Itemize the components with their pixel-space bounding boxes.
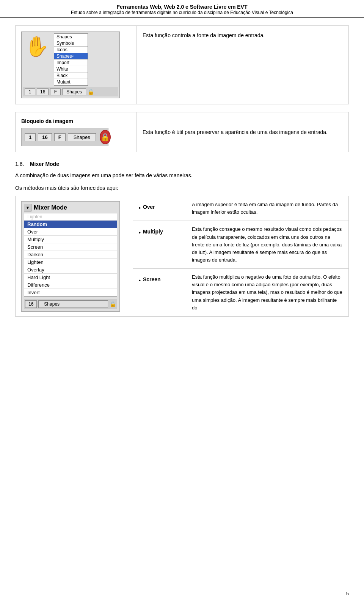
- mixer-title-bar: ▼ Mixer Mode: [24, 204, 117, 211]
- lock-icon-small: 🔒: [88, 89, 94, 95]
- lock-ui: 1 16 F Shapes 🔒: [21, 128, 108, 146]
- menu-item-icons[interactable]: Icons: [54, 47, 88, 53]
- mixer-main-table: ▼ Mixer Mode Lighten Random Over Multipl…: [15, 196, 349, 317]
- shapes-dropdown-cell: ✋ Shapes Symbols Icons Shapes² Import Wh…: [16, 26, 137, 104]
- mixer-item-hardlight[interactable]: Hard Light: [24, 274, 117, 281]
- page-number: 5: [346, 591, 349, 596]
- menu-item-mutant[interactable]: Mutant: [54, 79, 88, 85]
- mixer-item-overlay[interactable]: Overlay: [24, 266, 117, 274]
- mixer-screen-text-cell: Esta função multiplica o negativo de uma…: [186, 269, 349, 317]
- bloqueio-right-cell: Esta função é útil para preservar a apar…: [137, 112, 349, 152]
- mixer-multiply-text: Esta função consegue o mesmo resultado v…: [192, 226, 342, 263]
- mixer-btn-16[interactable]: 16: [25, 300, 37, 308]
- mixer-intro-text: A combinação de duas imagens em uma pode…: [15, 171, 349, 180]
- bullet-over-label: Over: [143, 204, 155, 210]
- mixer-item-darken[interactable]: Darken: [24, 251, 117, 259]
- bullet-dot-over: •: [139, 205, 141, 211]
- bloqueio-table: Bloqueio da imagem 1 16 F Shapes 🔒 Esta …: [15, 112, 349, 152]
- mixer-lock-icon: 🔒: [110, 301, 116, 307]
- bloqueio-left-cell: Bloqueio da imagem 1 16 F Shapes 🔒: [16, 112, 137, 152]
- main-content: ✋ Shapes Symbols Icons Shapes² Import Wh…: [0, 18, 364, 324]
- mixer-over-text-cell: A imagem superior é feita em cima da ima…: [186, 196, 349, 221]
- bloqueio-right-text: Esta função é útil para preservar a apar…: [143, 129, 328, 135]
- mixer-over-text: A imagem superior é feita em cima da ima…: [192, 202, 338, 215]
- mixer-screen-bullet-cell: • Screen: [133, 269, 186, 317]
- menu-item-symbols[interactable]: Symbols: [54, 40, 88, 47]
- shapes-bottom-bar: 1 16 F Shapes 🔒: [23, 87, 118, 96]
- lock-circle-icon[interactable]: 🔒: [100, 130, 111, 144]
- shapes-menu-list: Shapes Symbols Icons Shapes² Import Whit…: [54, 33, 88, 86]
- btn-1[interactable]: 1: [25, 88, 35, 95]
- mixer-section-heading: 1.6. Mixer Mode: [15, 160, 349, 168]
- menu-item-shapes[interactable]: Shapes: [54, 34, 88, 40]
- mixer-item-screen[interactable]: Screen: [24, 243, 117, 251]
- bullet-dot-screen: •: [139, 278, 141, 284]
- mixer-methods-text: Os métodos mais úteis são fornecidos aqu…: [15, 184, 349, 192]
- bullet-multiply-label: Multiply: [143, 229, 163, 235]
- lock-btn-1[interactable]: 1: [25, 133, 36, 141]
- header-title-sub: Estudo sobre a integração de ferramentas…: [15, 10, 349, 15]
- mixer-btn-shapes[interactable]: Shapes: [38, 300, 108, 308]
- menu-item-black[interactable]: Black: [54, 73, 88, 79]
- mixer-multiply-bullet-cell: • Multiply: [133, 221, 186, 269]
- mixer-section-num: 1.6.: [15, 161, 24, 167]
- mixer-multiply-text-cell: Esta função consegue o mesmo resultado v…: [186, 221, 349, 269]
- mixer-screen-text: Esta função multiplica o negativo de uma…: [192, 274, 342, 311]
- mixer-ui-title: Mixer Mode: [34, 204, 67, 211]
- page-footer: 5: [15, 589, 349, 596]
- btn-f[interactable]: F: [50, 88, 61, 95]
- mixer-section-title: Mixer Mode: [30, 161, 59, 167]
- top-section-text: Esta função controla a fonte da imagem d…: [137, 26, 349, 104]
- bullet-multiply: • Multiply: [139, 229, 180, 236]
- btn-shapes[interactable]: Shapes: [62, 88, 86, 95]
- top-section-right-text: Esta função controla a fonte da imagem d…: [143, 32, 265, 38]
- mixer-item-lighten[interactable]: Lighten: [24, 259, 117, 266]
- hand-icon: ✋: [23, 33, 51, 60]
- menu-item-shapes2[interactable]: Shapes²: [54, 53, 88, 60]
- bullet-screen: • Screen: [139, 276, 180, 284]
- lock-btn-f[interactable]: F: [54, 133, 66, 141]
- header-title-main: Ferramentas Web, Web 2.0 e Software Livr…: [15, 4, 349, 10]
- lock-btn-16[interactable]: 16: [38, 133, 52, 141]
- mixer-ui-widget: ▼ Mixer Mode Lighten Random Over Multipl…: [21, 201, 120, 312]
- mixer-ui-cell: ▼ Mixer Mode Lighten Random Over Multipl…: [16, 196, 133, 317]
- mixer-item-multiply[interactable]: Multiply: [24, 236, 117, 243]
- lock-shapes-btn[interactable]: Shapes: [68, 133, 96, 141]
- btn-16[interactable]: 16: [37, 88, 49, 95]
- mixer-item-over[interactable]: Over: [24, 228, 117, 236]
- mixer-bottom-bar: 16 Shapes 🔒: [24, 299, 117, 309]
- mixer-item-invert[interactable]: Invert: [24, 289, 117, 296]
- top-section-table: ✋ Shapes Symbols Icons Shapes² Import Wh…: [15, 25, 349, 104]
- bullet-screen-label: Screen: [143, 276, 161, 282]
- bloqueio-label: Bloqueio da imagem: [21, 118, 131, 124]
- bullet-over: • Over: [139, 204, 180, 211]
- mixer-dropdown-list: Lighten Random Over Multiply Screen Dark…: [24, 213, 117, 297]
- mixer-over-bullet-cell: • Over: [133, 196, 186, 221]
- page-header: Ferramentas Web, Web 2.0 e Software Livr…: [0, 0, 364, 18]
- mixer-arrow-btn[interactable]: ▼: [24, 204, 31, 211]
- mixer-item-random[interactable]: Random: [24, 221, 117, 228]
- mixer-item-lighten-top[interactable]: Lighten: [24, 213, 117, 221]
- shapes-ui: ✋ Shapes Symbols Icons Shapes² Import Wh…: [21, 32, 120, 98]
- bullet-dot-multiply: •: [139, 230, 141, 236]
- menu-item-white[interactable]: White: [54, 66, 88, 73]
- menu-item-import[interactable]: Import: [54, 60, 88, 66]
- mixer-item-difference[interactable]: Difference: [24, 281, 117, 289]
